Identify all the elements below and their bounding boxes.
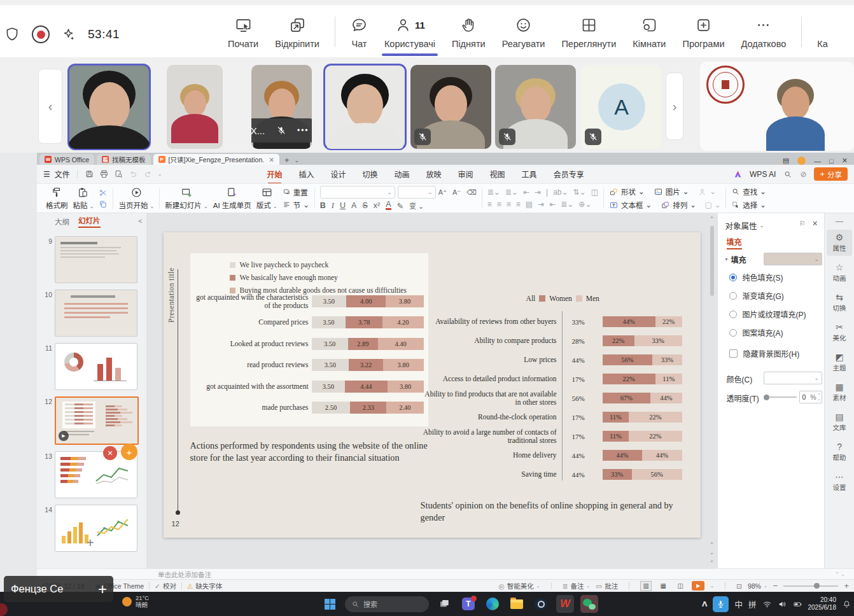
missing-font-warning[interactable]: ⚠缺失字体 bbox=[187, 581, 222, 591]
fill-option[interactable]: 隐藏背景图形(H) bbox=[729, 348, 800, 359]
side-tab-4[interactable]: ◩主题 bbox=[827, 349, 852, 375]
picture-button[interactable]: 图片 ⌄ bbox=[654, 186, 689, 197]
menu-6[interactable]: 审阅 bbox=[458, 169, 473, 179]
menu-0[interactable]: 开始 bbox=[267, 169, 282, 179]
menu-2[interactable]: 设计 bbox=[331, 169, 346, 179]
zoom-in-button[interactable]: + bbox=[844, 581, 849, 591]
zoom-level[interactable]: 98%⌄ bbox=[748, 582, 767, 590]
collapse-panel-icon[interactable]: < bbox=[138, 217, 142, 225]
slides-tab[interactable]: 幻灯片 bbox=[78, 215, 101, 228]
menu-8[interactable]: 工具 bbox=[522, 169, 537, 179]
bold-button[interactable]: B bbox=[320, 201, 326, 210]
hidden-icons-chevron[interactable]: ᐱ bbox=[702, 600, 708, 608]
fill-option[interactable]: 图片或纹理填充(P) bbox=[729, 309, 806, 319]
smart-beautify-button[interactable]: ◎智能美化⌄ bbox=[499, 581, 540, 591]
edge-icon[interactable] bbox=[484, 595, 501, 613]
wechat-icon[interactable] bbox=[580, 595, 598, 613]
toolbar-react-button[interactable]: Реагувати bbox=[496, 13, 552, 52]
insert-person-button[interactable]: ⌄ bbox=[697, 186, 716, 197]
phonetic-button[interactable]: 变 ⌄ bbox=[409, 200, 424, 211]
collapse-strip-icon[interactable]: — bbox=[836, 217, 843, 226]
opacity-input[interactable]: 0 % ⌃⌄ bbox=[799, 391, 822, 403]
wps-document-tab[interactable]: 稻找稿无模板 bbox=[97, 154, 151, 165]
side-tab-3[interactable]: ✂美化 bbox=[827, 319, 852, 346]
fill-section-label[interactable]: 填充 bbox=[731, 254, 746, 265]
qat-caret[interactable]: ⌄ bbox=[158, 171, 162, 177]
toolbar-view-button[interactable]: Переглянути bbox=[555, 13, 622, 52]
toolbar-unpin-button[interactable]: Відкріпити bbox=[269, 13, 326, 52]
fill-swatch-dropdown[interactable]: ⌄ bbox=[764, 253, 822, 265]
increase-font-button[interactable]: A⁺ bbox=[438, 188, 447, 197]
menu-7[interactable]: 视图 bbox=[490, 169, 505, 179]
proofing-button[interactable]: ✓校对 bbox=[155, 581, 176, 591]
next-tiles-button[interactable]: › bbox=[666, 73, 683, 140]
file-menu[interactable]: 文件 bbox=[55, 169, 70, 179]
reading-view-button[interactable]: ◫ bbox=[675, 581, 686, 591]
ribbon-paste-button[interactable]: 粘贴 ⌄ bbox=[73, 186, 94, 210]
toolbar-rooms-button[interactable]: Кімнати bbox=[626, 13, 672, 52]
maximize-button[interactable]: □ bbox=[829, 157, 834, 165]
add-slide-button[interactable]: + bbox=[87, 536, 94, 550]
ribbon-play-current-button[interactable]: 当页开始 ⌄ bbox=[118, 186, 154, 210]
close-tab-icon[interactable]: ✕ bbox=[269, 156, 274, 164]
side-tab-1[interactable]: ☆动画 bbox=[827, 260, 852, 286]
color-dropdown[interactable]: ⌄ bbox=[764, 372, 822, 384]
checkbox[interactable] bbox=[729, 349, 738, 358]
wps-document-tab[interactable]: WWPS Office bbox=[39, 154, 94, 165]
slide-canvas[interactable]: Presentation title 12 We live paycheck t… bbox=[147, 213, 717, 568]
list-indent-controls[interactable]: ≣⌄≣⌄⇤⇥|ab⌄⇅⌄◫ bbox=[487, 188, 598, 197]
zoom-slider[interactable] bbox=[783, 585, 838, 587]
tab-list-caret[interactable]: ⌄ bbox=[295, 157, 300, 164]
slide-thumbnail-10[interactable] bbox=[55, 290, 137, 337]
canvas-scrollbar[interactable]: ⌃ ⌃ ⌄ ⌄ bbox=[708, 216, 716, 564]
section-button[interactable]: 节 ⌄ bbox=[283, 200, 309, 210]
menu-5[interactable]: 放映 bbox=[426, 169, 442, 179]
shapes-button[interactable]: 形状 ⌄ bbox=[609, 186, 645, 197]
participant-video-tile[interactable] bbox=[700, 62, 854, 151]
toolbar-chat-button[interactable]: Чат bbox=[344, 13, 374, 52]
side-tab-6[interactable]: ▤文库 bbox=[827, 409, 852, 435]
toolbar-people-button[interactable]: 11Користувачі bbox=[378, 13, 442, 52]
minimize-button[interactable]: — bbox=[814, 157, 821, 165]
reset-button[interactable]: 重置 bbox=[283, 187, 309, 197]
notes-button[interactable]: ≣备注⌄ bbox=[563, 581, 591, 591]
fill-option[interactable]: 图案填充(A) bbox=[729, 327, 783, 338]
layout-mode-icon[interactable]: ▤ bbox=[783, 157, 789, 165]
participant-video-tile[interactable]: X...••• bbox=[251, 65, 312, 149]
superscript-button[interactable]: x² bbox=[374, 201, 380, 210]
clock[interactable]: 20:402025/6/18 bbox=[808, 596, 837, 612]
volume-icon[interactable] bbox=[778, 599, 787, 609]
toolbar-more-button[interactable]: Додатково bbox=[735, 13, 793, 52]
side-tab-2[interactable]: ⇆切换 bbox=[827, 290, 852, 316]
participant-video-tile[interactable] bbox=[410, 65, 491, 149]
side-tab-0[interactable]: ⚙属性 bbox=[827, 230, 852, 256]
underline-button[interactable]: U bbox=[340, 201, 346, 210]
toolbar-camera-button[interactable]: Ка bbox=[811, 13, 834, 52]
share-button[interactable]: ✈分享 bbox=[814, 167, 848, 181]
tile-hover-controls[interactable]: X...••• bbox=[251, 118, 312, 143]
fit-to-window-icon[interactable]: ⊡ bbox=[736, 582, 742, 590]
previous-tiles-button[interactable]: ‹ bbox=[38, 69, 62, 144]
copilot-sparkle-icon[interactable] bbox=[61, 27, 76, 42]
task-view-button[interactable] bbox=[435, 595, 453, 613]
side-tab-7[interactable]: ?帮助 bbox=[827, 439, 852, 465]
participant-video-tile[interactable] bbox=[325, 65, 405, 149]
ribbon-format-painter-button[interactable]: 格式刷 bbox=[46, 186, 68, 210]
highlight-button[interactable]: ✎ bbox=[397, 201, 403, 211]
weather-widget[interactable]: 21°C晴朗 bbox=[122, 594, 149, 609]
ime-language[interactable]: 中 bbox=[734, 598, 743, 610]
find-button[interactable]: 查找 ⌄ bbox=[731, 186, 766, 197]
thumbnail-play-icon[interactable]: ▶ bbox=[59, 431, 69, 441]
play-options-caret[interactable]: ⌄ bbox=[710, 584, 714, 589]
file-explorer-icon[interactable] bbox=[508, 595, 526, 613]
ribbon-new-slide-button[interactable]: 新建幻灯片 ⌄ bbox=[165, 186, 207, 210]
comment-button[interactable]: ▭批注 bbox=[596, 581, 618, 591]
align-controls[interactable]: ≡≡≡≡▤⇥⇤≣⌄⊕⌄ bbox=[487, 200, 598, 209]
notes-bar[interactable]: 单击此处添加备注 ⌃ ⌄ bbox=[37, 568, 854, 579]
account-avatar[interactable] bbox=[797, 157, 806, 165]
fill-option[interactable]: 纯色填充(S) bbox=[729, 272, 783, 283]
participant-video-tile[interactable]: A bbox=[581, 65, 662, 149]
toolbar-start-share-button[interactable]: Почати bbox=[221, 13, 265, 52]
slide-thumbnail-11[interactable] bbox=[55, 343, 137, 390]
char-border-button[interactable]: A bbox=[351, 201, 356, 210]
